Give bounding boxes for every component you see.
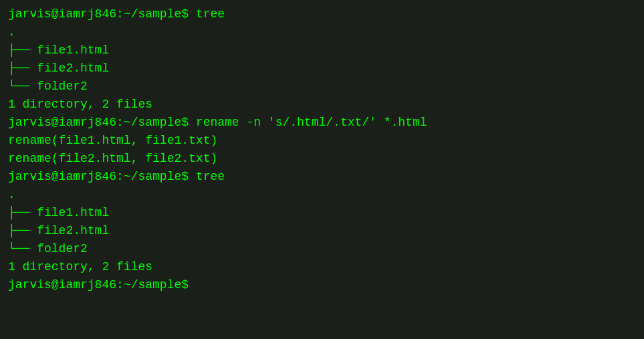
terminal-window: jarvis@iamrj846:~/sample$ tree.├── file1… (8, 5, 636, 294)
terminal-output-line: ├── file2.html (8, 222, 636, 240)
terminal-output-line: . (8, 186, 636, 204)
terminal-prompt-line: jarvis@iamrj846:~/sample$ (8, 276, 636, 294)
terminal-output-line: 1 directory, 2 files (8, 258, 636, 276)
terminal-prompt-line: jarvis@iamrj846:~/sample$ tree (8, 5, 636, 23)
terminal-output-line: ├── file1.html (8, 204, 636, 222)
terminal-output-line: ├── file1.html (8, 41, 636, 60)
terminal-output-line: rename(file1.html, file1.txt) (8, 132, 636, 150)
terminal-output-line: ├── file2.html (8, 60, 636, 78)
terminal-prompt-line: jarvis@iamrj846:~/sample$ tree (8, 168, 636, 186)
terminal-output-line: 1 directory, 2 files (8, 96, 636, 114)
terminal-prompt-line: jarvis@iamrj846:~/sample$ rename -n 's/.… (8, 114, 636, 132)
terminal-output-line: └── folder2 (8, 240, 636, 258)
terminal-output-line: └── folder2 (8, 78, 636, 96)
terminal-output-line: rename(file2.html, file2.txt) (8, 150, 636, 168)
terminal-output-line: . (8, 23, 636, 41)
